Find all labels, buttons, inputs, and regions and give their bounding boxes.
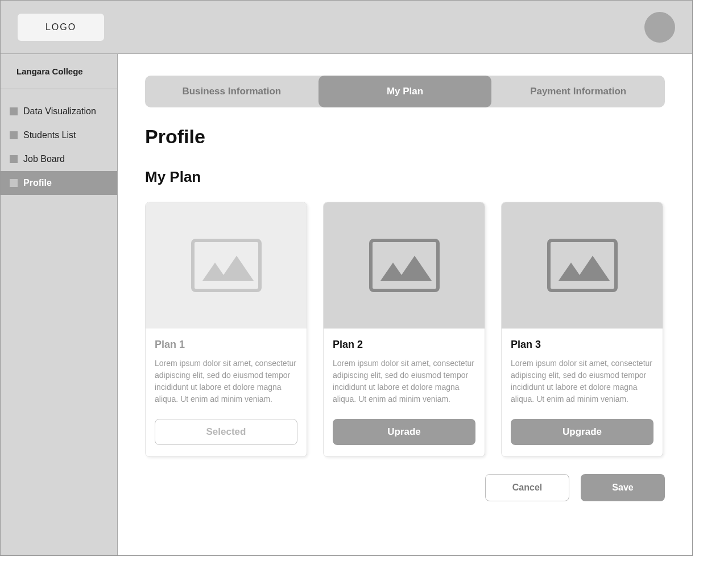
sidebar-item-label: Data Visualization — [23, 106, 96, 117]
plan-image-placeholder — [146, 202, 307, 329]
plan-title: Plan 1 — [155, 339, 297, 351]
sidebar: Langara College Data Visualization Stude… — [1, 54, 118, 555]
logo[interactable]: LOGO — [18, 14, 104, 41]
sidebar-item-profile[interactable]: Profile — [1, 171, 117, 195]
app-frame: LOGO Langara College Data Visualization … — [0, 0, 693, 556]
plan-card-3: Plan 3 Lorem ipsum dolor sit amet, conse… — [501, 202, 663, 457]
plan-description: Lorem ipsum dolor sit amet, consectetur … — [333, 357, 475, 405]
plan-description: Lorem ipsum dolor sit amet, consectetur … — [155, 357, 297, 405]
tab-my-plan[interactable]: My Plan — [318, 76, 492, 107]
sidebar-item-job-board[interactable]: Job Board — [1, 147, 117, 171]
sidebar-item-data-visualization[interactable]: Data Visualization — [1, 99, 117, 123]
plan-image-placeholder — [502, 202, 663, 329]
plan-cards: Plan 1 Lorem ipsum dolor sit amet, conse… — [145, 202, 665, 457]
plan-card-1: Plan 1 Lorem ipsum dolor sit amet, conse… — [145, 202, 307, 457]
plan-upgrade-button[interactable]: Uprade — [333, 419, 475, 445]
image-icon — [369, 239, 440, 292]
org-name: Langara College — [1, 54, 117, 89]
square-icon — [10, 155, 18, 163]
square-icon — [10, 179, 18, 187]
sidebar-nav: Data Visualization Students List Job Boa… — [1, 89, 117, 195]
sidebar-item-label: Students List — [23, 130, 76, 140]
form-actions: Cancel Save — [145, 474, 665, 501]
sidebar-item-students-list[interactable]: Students List — [1, 123, 117, 147]
square-icon — [10, 107, 18, 115]
image-icon — [547, 239, 618, 292]
plan-title: Plan 2 — [333, 339, 475, 351]
plan-description: Lorem ipsum dolor sit amet, consectetur … — [511, 357, 653, 405]
plan-selected-button[interactable]: Selected — [155, 419, 297, 445]
sidebar-item-label: Job Board — [23, 154, 65, 164]
tab-payment-information[interactable]: Payment Information — [491, 76, 665, 107]
square-icon — [10, 131, 18, 139]
plan-card-2: Plan 2 Lorem ipsum dolor sit amet, conse… — [323, 202, 485, 457]
sidebar-item-label: Profile — [23, 178, 52, 188]
plan-upgrade-button[interactable]: Upgrade — [511, 419, 653, 445]
avatar[interactable] — [644, 12, 675, 43]
main-content: Business Information My Plan Payment Inf… — [118, 54, 692, 555]
tabs: Business Information My Plan Payment Inf… — [145, 76, 665, 107]
plan-image-placeholder — [324, 202, 485, 329]
image-icon — [191, 239, 262, 292]
plan-title: Plan 3 — [511, 339, 653, 351]
cancel-button[interactable]: Cancel — [485, 474, 569, 501]
section-title: My Plan — [145, 168, 665, 186]
page-title: Profile — [145, 126, 665, 148]
tab-business-information[interactable]: Business Information — [145, 76, 318, 107]
topbar: LOGO — [1, 1, 692, 54]
body: Langara College Data Visualization Stude… — [1, 54, 692, 555]
save-button[interactable]: Save — [581, 474, 665, 501]
